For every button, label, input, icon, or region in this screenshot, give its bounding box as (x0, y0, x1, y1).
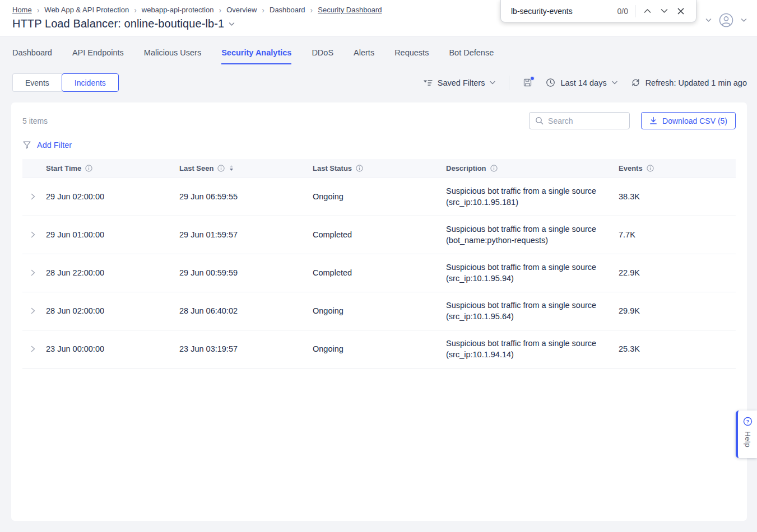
tab-malicious-users[interactable]: Malicious Users (144, 48, 201, 64)
row-expand-chevron-icon[interactable] (22, 269, 37, 277)
incidents-table: Start Time Last Seen (22, 159, 736, 368)
download-csv-label: Download CSV (5) (662, 116, 727, 125)
tab-requests[interactable]: Requests (394, 48, 429, 64)
info-icon[interactable] (85, 165, 92, 172)
cell-events: 38.3K (619, 178, 736, 216)
table-row: 29 Jun 02:00:00 29 Jun 06:59:55 Ongoing … (22, 178, 736, 216)
cell-last-seen: 29 Jun 00:59:59 (179, 254, 313, 292)
tab-api-endpoints[interactable]: API Endpoints (72, 48, 124, 64)
tab-alerts[interactable]: Alerts (354, 48, 374, 64)
column-last-seen: Last Seen (179, 159, 313, 178)
table-row: 29 Jun 01:00:00 29 Jun 01:59:57 Complete… (22, 216, 736, 254)
download-icon (649, 116, 657, 125)
row-expand-chevron-icon[interactable] (22, 345, 37, 353)
cell-events: 29.9K (619, 292, 736, 330)
chevron-down-icon (612, 81, 617, 85)
column-label: Last Seen (179, 164, 213, 172)
add-filter-row: Add Filter (22, 141, 736, 150)
row-expand-chevron-icon[interactable] (22, 307, 37, 315)
info-icon[interactable] (490, 165, 498, 172)
help-question-icon: ? (743, 417, 753, 426)
tab-security-analytics[interactable]: Security Analytics (221, 48, 291, 64)
breadcrumb-dashboard[interactable]: Dashboard (270, 6, 305, 14)
tab-dashboard[interactable]: Dashboard (12, 48, 52, 64)
search-input[interactable] (548, 116, 624, 125)
sort-descending-icon[interactable] (230, 165, 233, 171)
help-button[interactable]: ? Help (736, 410, 757, 458)
incidents-card: 5 items Download CSV (5) (11, 102, 747, 521)
cell-last-status: Ongoing (313, 292, 446, 330)
column-last-status: Last Status (313, 159, 446, 178)
info-icon[interactable] (647, 165, 654, 172)
cell-last-seen: 23 Jun 03:19:57 (179, 330, 313, 368)
expand-cell (22, 216, 46, 254)
find-previous-button[interactable] (639, 3, 656, 20)
info-icon[interactable] (356, 165, 363, 172)
breadcrumb-overview[interactable]: Overview (226, 6, 257, 14)
description-text: Suspicious bot traffic from a single sou… (446, 300, 602, 311)
breadcrumb-web-app-api-protection[interactable]: Web App & API Protection (44, 6, 129, 14)
breadcrumb-namespace[interactable]: webapp-api-protection (142, 6, 214, 14)
time-range-dropdown[interactable]: Last 14 days (546, 78, 617, 87)
table-row: 28 Jun 02:00:00 28 Jun 06:40:02 Ongoing … (22, 292, 736, 330)
breadcrumb-home[interactable]: Home (12, 6, 32, 14)
page-title: HTTP Load Balancer: online-boutique-lb-1 (12, 17, 224, 30)
find-in-page-bar: lb-security-events 0/0 (500, 0, 696, 22)
card-header-actions: Download CSV (5) (529, 112, 736, 129)
title-chevron-down-icon[interactable] (229, 22, 235, 26)
breadcrumb-security-dashboard[interactable]: Security Dashboard (318, 6, 382, 14)
user-avatar-icon[interactable] (718, 12, 734, 28)
cell-description: Suspicious bot traffic from a single sou… (446, 216, 619, 254)
toggle-incidents[interactable]: Incidents (62, 73, 119, 92)
download-csv-button[interactable]: Download CSV (5) (641, 112, 736, 129)
cell-last-status: Ongoing (313, 178, 446, 216)
cell-start-time: 28 Jun 22:00:00 (46, 254, 179, 292)
search-box (529, 112, 630, 129)
find-match-count: 0/0 (617, 7, 635, 16)
items-count: 5 items (22, 116, 48, 125)
column-label: Last Status (313, 164, 352, 172)
tab-bot-defense[interactable]: Bot Defense (449, 48, 494, 64)
cell-last-seen: 29 Jun 06:59:55 (179, 178, 313, 216)
cell-last-status: Completed (313, 216, 446, 254)
refresh-icon (631, 78, 640, 87)
info-icon[interactable] (217, 165, 225, 172)
expand-cell (22, 254, 46, 292)
table-row: 28 Jun 22:00:00 29 Jun 00:59:59 Complete… (22, 254, 736, 292)
cell-description: Suspicious bot traffic from a single sou… (446, 178, 619, 216)
expand-cell (22, 330, 46, 368)
description-text: Suspicious bot traffic from a single sou… (446, 223, 602, 235)
column-label: Description (446, 164, 486, 172)
toggle-events[interactable]: Events (12, 73, 62, 92)
find-bar-divider (635, 5, 635, 17)
cell-last-seen: 28 Jun 06:40:02 (179, 292, 313, 330)
find-next-button[interactable] (656, 3, 672, 20)
description-detail: (src_ip:10.1.95.181) (446, 197, 602, 208)
account-chevron-down-icon[interactable] (741, 18, 747, 22)
svg-text:?: ? (746, 418, 749, 424)
row-expand-chevron-icon[interactable] (22, 231, 37, 239)
search-icon (535, 116, 544, 125)
breadcrumb-separator-icon: › (32, 6, 45, 14)
description-text: Suspicious bot traffic from a single sou… (446, 338, 602, 349)
toolbar: Saved Filters Last 14 days (423, 76, 747, 90)
saved-filters-dropdown[interactable]: Saved Filters (423, 78, 496, 87)
tab-ddos[interactable]: DDoS (312, 48, 333, 64)
find-query-text[interactable]: lb-security-events (511, 7, 573, 16)
toolbar-divider (509, 76, 509, 90)
column-start-time: Start Time (46, 159, 179, 178)
row-expand-chevron-icon[interactable] (22, 193, 37, 200)
description-text: Suspicious bot traffic from a single sou… (446, 185, 602, 197)
refresh-button[interactable]: Refresh: Updated 1 min ago (631, 78, 747, 87)
chevron-down-icon[interactable] (705, 18, 712, 22)
cell-last-status: Ongoing (313, 330, 446, 368)
add-filter-button[interactable]: Add Filter (37, 141, 72, 150)
breadcrumb-separator-icon: › (305, 6, 318, 14)
table-header-row: Start Time Last Seen (22, 159, 736, 178)
find-close-icon[interactable] (672, 3, 689, 20)
tab-bar: Dashboard API Endpoints Malicious Users … (0, 37, 757, 64)
column-events: Events (619, 159, 736, 178)
save-filter-button[interactable] (523, 78, 532, 87)
description-detail: (src_ip:10.1.95.64) (446, 311, 602, 322)
cell-events: 22.9K (619, 254, 736, 292)
